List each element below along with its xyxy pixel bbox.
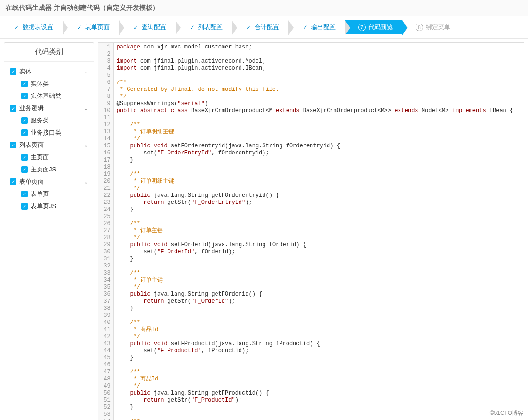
step-label: 查询配置 xyxy=(142,23,166,32)
step-8: 8绑定菜单 xyxy=(402,20,460,34)
code-category-tree: ✓实体⌄✓实体类✓实体基础类✓业务逻辑⌄✓服务类✓业务接口类✓列表页面⌄✓主页面… xyxy=(4,62,94,216)
check-icon: ✓ xyxy=(302,24,308,31)
tree-item-label: 列表页面 xyxy=(19,141,44,149)
step-wizard: ✓数据表设置✓表单页面✓查询配置✓列表配置✓合计配置✓输出配置7代码预览8绑定菜… xyxy=(0,16,528,39)
circle-num-icon: 7 xyxy=(358,24,366,31)
step-2[interactable]: ✓表单页面 xyxy=(63,20,119,34)
chevron-down-icon[interactable]: ⌄ xyxy=(84,179,88,185)
code-editor[interactable]: 1 2 3 4 5 6 7 8 9 10 11 12 13 14 15 16 1… xyxy=(98,42,524,420)
checkbox-icon[interactable]: ✓ xyxy=(21,117,28,124)
step-3[interactable]: ✓查询配置 xyxy=(119,20,176,34)
checkbox-icon[interactable]: ✓ xyxy=(21,166,28,173)
step-label: 代码预览 xyxy=(368,23,393,32)
step-label: 绑定菜单 xyxy=(426,23,450,32)
checkbox-icon[interactable]: ✓ xyxy=(10,68,16,75)
tree-item-label: 服务类 xyxy=(31,116,49,125)
tree-item[interactable]: ✓服务类 xyxy=(7,114,91,127)
tree-item[interactable]: ✓实体基础类 xyxy=(7,90,91,102)
step-4[interactable]: ✓列表配置 xyxy=(176,20,232,34)
step-1[interactable]: ✓数据表设置 xyxy=(0,20,63,34)
check-icon: ✓ xyxy=(76,24,82,31)
step-label: 合计配置 xyxy=(255,23,279,32)
checkbox-icon[interactable]: ✓ xyxy=(10,178,16,185)
checkbox-icon[interactable]: ✓ xyxy=(21,129,28,136)
tree-item[interactable]: ✓业务接口类 xyxy=(7,127,91,139)
tree-item[interactable]: ✓实体类 xyxy=(7,78,91,90)
tree-item[interactable]: ✓表单页 xyxy=(7,188,91,200)
checkbox-icon[interactable]: ✓ xyxy=(10,142,16,148)
tree-item[interactable]: ✓实体⌄ xyxy=(7,65,91,78)
page-title: 在线代码生成器 并自动创建代码（自定义开发模板） xyxy=(0,0,528,16)
tree-item-label: 实体基础类 xyxy=(31,92,61,100)
checkbox-icon[interactable]: ✓ xyxy=(21,154,28,161)
step-7[interactable]: 7代码预览 xyxy=(345,20,402,34)
check-icon: ✓ xyxy=(245,24,252,31)
check-icon: ✓ xyxy=(189,24,195,31)
step-label: 列表配置 xyxy=(198,23,223,32)
check-icon: ✓ xyxy=(132,24,139,31)
sidebar: 代码类别 ✓实体⌄✓实体类✓实体基础类✓业务逻辑⌄✓服务类✓业务接口类✓列表页面… xyxy=(4,42,94,420)
step-label: 输出配置 xyxy=(311,23,336,32)
checkbox-icon[interactable]: ✓ xyxy=(21,93,28,99)
tree-item-label: 实体类 xyxy=(31,80,49,88)
tree-item-label: 表单页面 xyxy=(19,178,44,186)
line-gutter: 1 2 3 4 5 6 7 8 9 10 11 12 13 14 15 16 1… xyxy=(98,43,114,420)
circle-num-icon: 8 xyxy=(416,24,423,31)
tree-item[interactable]: ✓表单页面⌄ xyxy=(7,176,91,188)
check-icon: ✓ xyxy=(13,24,20,31)
checkbox-icon[interactable]: ✓ xyxy=(21,203,28,210)
chevron-down-icon[interactable]: ⌄ xyxy=(84,142,88,148)
checkbox-icon[interactable]: ✓ xyxy=(21,191,28,197)
step-label: 数据表设置 xyxy=(23,23,53,32)
step-label: 表单页面 xyxy=(85,23,110,32)
tree-item[interactable]: ✓主页面 xyxy=(7,151,91,163)
chevron-down-icon[interactable]: ⌄ xyxy=(84,69,88,75)
checkbox-icon[interactable]: ✓ xyxy=(10,105,16,112)
tree-item[interactable]: ✓列表页面⌄ xyxy=(7,139,91,151)
step-6[interactable]: ✓输出配置 xyxy=(288,20,345,34)
checkbox-icon[interactable]: ✓ xyxy=(21,81,28,87)
tree-item-label: 实体 xyxy=(19,67,32,76)
tree-item-label: 业务接口类 xyxy=(31,129,61,137)
tree-item[interactable]: ✓主页面JS xyxy=(7,163,91,176)
tree-item-label: 表单页 xyxy=(31,190,49,198)
sidebar-title: 代码类别 xyxy=(4,43,94,62)
tree-item-label: 业务逻辑 xyxy=(19,104,44,113)
step-5[interactable]: ✓合计配置 xyxy=(232,20,288,34)
tree-item[interactable]: ✓表单页JS xyxy=(7,200,91,212)
chevron-down-icon[interactable]: ⌄ xyxy=(84,105,88,112)
tree-item-label: 主页面 xyxy=(31,153,49,162)
tree-item-label: 表单页JS xyxy=(31,202,56,210)
code-content[interactable]: package com.xjr.mvc.model.customer.base;… xyxy=(114,43,524,420)
tree-item-label: 主页面JS xyxy=(31,165,56,174)
watermark: ©51CTO博客 xyxy=(490,409,523,417)
tree-item[interactable]: ✓业务逻辑⌄ xyxy=(7,102,91,114)
